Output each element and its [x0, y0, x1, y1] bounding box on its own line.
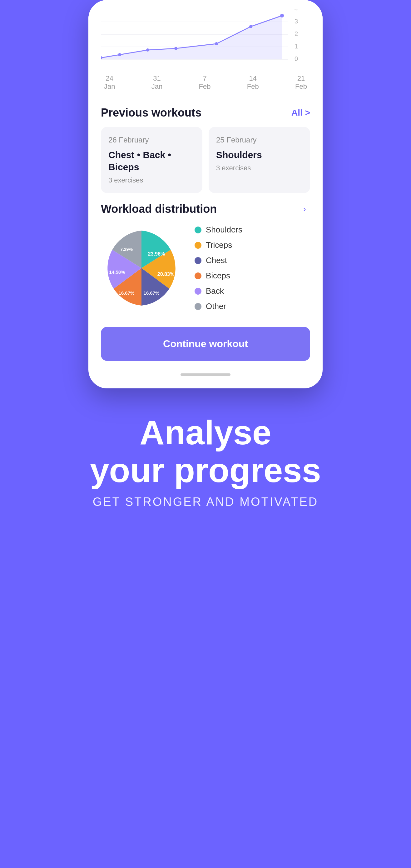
continue-btn-wrapper: Continue workout	[88, 320, 323, 370]
x-label-2: 7Feb	[199, 74, 211, 91]
chart-area: 0 1 2 3 4	[88, 0, 323, 97]
svg-text:0: 0	[294, 55, 298, 62]
distribution-content: 23.96% 20.83% 16.67% 16.67% 14.58% 7.29%…	[101, 225, 310, 311]
legend-label-back: Back	[206, 286, 224, 296]
legend: Shoulders Triceps Chest Biceps	[195, 225, 242, 311]
x-label-3: 14Feb	[247, 74, 259, 91]
legend-dot-other	[195, 303, 201, 310]
workout-cards: 26 February Chest • Back • Biceps 3 exer…	[101, 127, 310, 193]
workout-name-0: Chest • Back • Biceps	[108, 149, 195, 173]
chevron-right-icon[interactable]: ›	[299, 204, 310, 215]
x-label-0: 24Jan	[104, 74, 115, 91]
distribution-title: Workload distribution	[101, 203, 217, 216]
pie-chart: 23.96% 20.83% 16.67% 16.67% 14.58% 7.29%	[101, 227, 182, 309]
line-chart: 0 1 2 3 4	[101, 9, 310, 72]
svg-text:3: 3	[294, 18, 298, 25]
legend-label-other: Other	[206, 302, 226, 311]
svg-text:14.58%: 14.58%	[109, 269, 125, 275]
svg-text:23.96%: 23.96%	[148, 251, 165, 256]
legend-dot-triceps	[195, 242, 201, 249]
svg-point-13	[215, 42, 218, 45]
previous-workouts-section: Previous workouts All > 26 February Ches…	[88, 97, 323, 203]
workout-date-0: 26 February	[108, 135, 195, 144]
legend-item-biceps: Biceps	[195, 271, 242, 281]
svg-text:4: 4	[294, 9, 298, 12]
svg-point-10	[118, 53, 121, 56]
distribution-header: Workload distribution ›	[101, 203, 310, 216]
continue-workout-button[interactable]: Continue workout	[101, 327, 310, 361]
workout-card-1[interactable]: 25 February Shoulders 3 exercises	[209, 127, 310, 193]
legend-item-shoulders: Shoulders	[195, 225, 242, 235]
legend-dot-back	[195, 288, 201, 294]
all-workouts-link[interactable]: All >	[291, 108, 310, 118]
phone-screen: 0 1 2 3 4	[88, 0, 323, 389]
svg-text:16.67%: 16.67%	[144, 290, 160, 296]
svg-point-11	[146, 49, 149, 52]
legend-label-biceps: Biceps	[206, 271, 230, 281]
bottom-text-section: Analyse your progress GET STRONGER AND M…	[65, 413, 346, 509]
analyse-subtitle: GET STRONGER AND MOTIVATED	[90, 495, 321, 509]
legend-label-chest: Chest	[206, 256, 227, 265]
svg-text:20.83%: 20.83%	[157, 272, 174, 277]
legend-item-back: Back	[195, 286, 242, 296]
legend-label-shoulders: Shoulders	[206, 225, 242, 235]
svg-text:1: 1	[294, 43, 298, 50]
legend-dot-shoulders	[195, 226, 201, 234]
workout-exercises-1: 3 exercises	[216, 164, 303, 172]
legend-item-other: Other	[195, 302, 242, 311]
chart-x-labels: 24Jan 31Jan 7Feb 14Feb 21Feb	[101, 74, 310, 91]
distribution-section: Workload distribution ›	[88, 203, 323, 320]
workout-card-0[interactable]: 26 February Chest • Back • Biceps 3 exer…	[101, 127, 202, 193]
legend-item-chest: Chest	[195, 256, 242, 265]
x-label-4: 21Feb	[295, 74, 307, 91]
legend-dot-chest	[195, 257, 201, 264]
legend-dot-biceps	[195, 273, 201, 279]
previous-workouts-title: Previous workouts	[101, 106, 201, 119]
svg-point-12	[174, 47, 178, 50]
x-label-1: 31Jan	[152, 74, 162, 91]
workout-name-1: Shoulders	[216, 149, 303, 161]
legend-item-triceps: Triceps	[195, 240, 242, 250]
svg-text:16.67%: 16.67%	[119, 290, 135, 296]
workout-exercises-0: 3 exercises	[108, 176, 195, 184]
analyse-title: Analyse your progress	[90, 413, 321, 489]
workout-date-1: 25 February	[216, 135, 303, 144]
svg-point-14	[249, 25, 252, 28]
svg-point-15	[280, 14, 284, 18]
svg-text:2: 2	[294, 30, 298, 37]
svg-text:7.29%: 7.29%	[120, 247, 133, 252]
home-indicator	[181, 373, 230, 376]
legend-label-triceps: Triceps	[206, 240, 232, 250]
section-header: Previous workouts All >	[101, 106, 310, 119]
